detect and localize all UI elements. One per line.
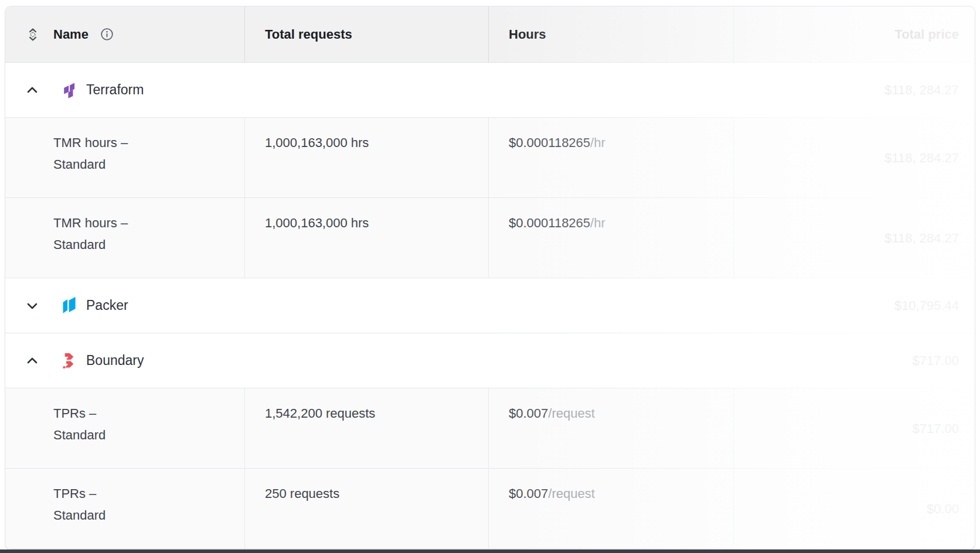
expand-group-button[interactable] — [25, 299, 39, 313]
column-header-total-requests: Total requests — [265, 27, 352, 42]
item-total-price: $717.00 — [912, 418, 959, 439]
item-name: TPRs – Standard — [53, 402, 146, 446]
item-rate-cell: $0.007/request — [488, 469, 733, 548]
column-header-total-price: Total price — [894, 27, 959, 42]
column-header-total-price-cell: Total price — [733, 6, 975, 62]
item-rate-cell: $0.000118265/hr — [488, 118, 733, 197]
item-name: TMR hours – Standard — [53, 212, 146, 255]
group-total-price: $118, 284.27 — [884, 83, 959, 98]
item-rate-unit: /hr — [590, 216, 605, 230]
item-quantity: 1,542,200 requests — [265, 406, 375, 421]
table-header: Name Total requests Hours Total price — [5, 6, 975, 63]
info-icon[interactable] — [100, 28, 114, 41]
item-rate: $0.000118265 — [509, 135, 590, 150]
item-rate-cell: $0.007/request — [488, 388, 733, 468]
item-quantity-cell: 1,542,200 requests — [244, 388, 488, 468]
group-total-price: $10,795.44 — [894, 298, 959, 313]
chevron-up-icon — [25, 83, 39, 97]
item-quantity-cell: 1,000,163,000 hrs — [244, 198, 488, 278]
item-name-cell: TMR hours – Standard — [5, 118, 244, 197]
group-row-terraform: Terraform $118, 284.27 — [5, 63, 975, 118]
item-quantity-cell: 250 requests — [244, 469, 488, 548]
packer-logo-icon — [60, 296, 78, 315]
item-name-cell: TPRs – Standard — [5, 388, 244, 468]
group-row-packer: Packer $10,795.44 — [5, 278, 975, 333]
item-name-cell: TMR hours – Standard — [5, 198, 244, 278]
chevron-down-icon — [25, 299, 39, 313]
collapse-group-button[interactable] — [25, 354, 39, 368]
collapse-group-button[interactable] — [25, 83, 39, 97]
column-header-total-requests-cell: Total requests — [244, 6, 488, 62]
group-row-boundary: Boundary $717.00 — [5, 333, 975, 388]
item-rate: $0.007 — [509, 406, 548, 421]
detail-row: TMR hours – Standard 1,000,163,000 hrs $… — [5, 198, 975, 278]
group-label: Packer — [86, 298, 128, 313]
item-rate-unit: /hr — [590, 135, 605, 150]
column-header-hours: Hours — [509, 27, 546, 42]
chevron-up-icon — [25, 354, 39, 368]
detail-row: TMR hours – Standard 1,000,163,000 hrs $… — [5, 118, 975, 198]
item-name: TMR hours – Standard — [53, 132, 146, 175]
item-rate-cell: $0.000118265/hr — [488, 198, 733, 278]
item-name-cell: TPRs – Standard — [5, 469, 244, 548]
column-header-name: Name — [53, 27, 89, 42]
detail-row: TPRs – Standard 1,542,200 requests $0.00… — [5, 388, 975, 469]
item-rate-unit: /request — [548, 406, 595, 421]
item-total-price-cell: $717.00 — [733, 388, 975, 468]
terraform-logo-icon — [60, 81, 78, 100]
column-header-hours-cell: Hours — [488, 6, 733, 62]
item-total-price: $0.00 — [927, 498, 959, 520]
item-total-price-cell: $0.00 — [733, 469, 975, 548]
item-rate: $0.007 — [509, 486, 548, 501]
usage-table: Name Total requests Hours Total price — [5, 6, 975, 549]
column-header-name-cell: Name — [5, 6, 244, 62]
item-quantity-cell: 1,000,163,000 hrs — [244, 118, 488, 197]
expand-collapse-all-button[interactable] — [25, 27, 40, 42]
group-total-price: $717.00 — [912, 353, 959, 368]
group-label: Boundary — [86, 353, 144, 368]
bottom-edge — [0, 549, 980, 553]
item-total-price-cell: $118, 284.27 — [733, 198, 975, 278]
item-quantity: 250 requests — [265, 486, 339, 501]
reorder-expand-icon — [26, 28, 40, 42]
item-total-price: $118, 284.27 — [884, 227, 959, 249]
item-rate-unit: /request — [548, 486, 595, 501]
item-rate: $0.000118265 — [509, 216, 590, 230]
group-label: Terraform — [86, 82, 144, 98]
item-quantity: 1,000,163,000 hrs — [265, 135, 369, 150]
item-quantity: 1,000,163,000 hrs — [265, 216, 369, 230]
item-total-price: $118, 284.27 — [884, 147, 959, 169]
item-total-price-cell: $118, 284.27 — [733, 118, 975, 197]
item-name: TPRs – Standard — [53, 483, 146, 526]
boundary-logo-icon — [60, 351, 78, 370]
usage-billing-page: Name Total requests Hours Total price — [0, 0, 980, 553]
detail-row: TPRs – Standard 250 requests $0.007/requ… — [5, 469, 975, 549]
